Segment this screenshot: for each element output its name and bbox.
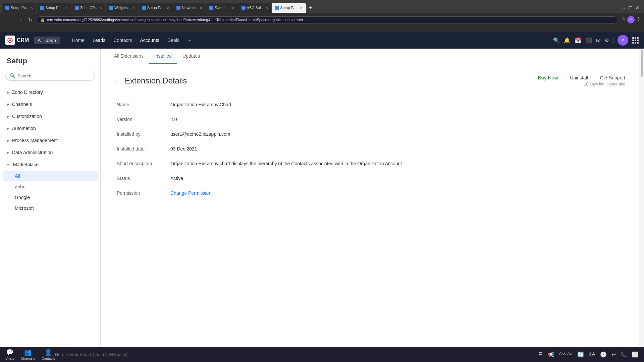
external-icon[interactable]: ⬜ (632, 351, 639, 358)
sidebar-sub-item-microsoft[interactable]: Microsoft (0, 203, 100, 214)
profile-button[interactable]: Y (627, 16, 635, 23)
sidebar-sub-item-all[interactable]: All (3, 171, 98, 181)
phone-icon[interactable]: 📞 (621, 351, 627, 358)
sidebar-item-label: Zoho Directory (12, 89, 43, 95)
nav-leads[interactable]: Leads (89, 36, 109, 45)
change-permission-link[interactable]: Change Permission (170, 190, 211, 196)
browser-tab-2[interactable]: Setup Pa... ✕ (37, 3, 71, 13)
forward-button[interactable]: → (15, 16, 24, 23)
tab-close-5[interactable]: ✕ (167, 6, 169, 10)
sidebar-item-zoho-directory[interactable]: ▶ Zoho Directory (0, 86, 100, 98)
tab-close-9[interactable]: ✕ (300, 6, 303, 10)
sidebar-search-box[interactable]: 🔍 (5, 71, 95, 81)
back-arrow-button[interactable]: ← (114, 77, 121, 84)
search-icon[interactable]: 🔍 (553, 37, 560, 44)
browser-tab-3[interactable]: Zoho CR... ✕ (71, 3, 105, 13)
browser-tab-8[interactable]: ABC Sol... ✕ (238, 3, 271, 13)
field-value-name: Organization Hierarchy Chart (168, 97, 625, 112)
channels-button[interactable]: 👥 Channels (21, 349, 35, 360)
nav-more[interactable]: ··· (183, 36, 196, 45)
translate-icon[interactable]: ZA (589, 351, 595, 358)
browser-tab-4[interactable]: Widgets... ✕ (106, 3, 138, 13)
scrollbar-area (639, 49, 644, 347)
ask-zia-button[interactable]: Ask Zia (559, 351, 573, 358)
sidebar-item-process-management[interactable]: ▶ Process Management (0, 134, 100, 146)
close-button[interactable]: ✕ (635, 5, 639, 10)
tab-close-4[interactable]: ✕ (132, 6, 135, 10)
main-layout: Setup 🔍 ▶ Zoho Directory ▶ Channels ▶ Cu… (0, 49, 644, 347)
bookmark-button[interactable]: ☆ (622, 16, 626, 23)
nav-deals[interactable]: Deals (163, 36, 183, 45)
nav-accounts[interactable]: Accounts (136, 36, 164, 45)
grid-apps-icon[interactable] (632, 37, 639, 44)
tab-favicon-6 (176, 6, 180, 10)
nav-contacts[interactable]: Contacts (109, 36, 136, 45)
calendar-icon[interactable]: 📅 (575, 37, 581, 44)
monitor-icon[interactable]: 🖥 (538, 351, 543, 358)
sidebar-item-marketplace[interactable]: ▼ Marketplace (0, 159, 100, 171)
maximize-button[interactable]: ▢ (628, 5, 633, 10)
tab-all-extensions[interactable]: All Extensions (109, 49, 149, 64)
tab-close-3[interactable]: ✕ (99, 6, 102, 10)
smart-chat-input[interactable] (55, 352, 538, 357)
reload-button[interactable]: ↻ (26, 16, 35, 24)
sidebar-item-channels[interactable]: ▶ Channels (0, 98, 100, 110)
tab-close-1[interactable]: ✕ (30, 6, 33, 10)
chats-button[interactable]: 💬 Chats (5, 349, 14, 360)
browser-tab-6[interactable]: Newtest... ✕ (173, 3, 206, 13)
contacts-button[interactable]: 👤 Contacts (42, 349, 55, 360)
mail-icon[interactable]: ✉ (596, 37, 600, 44)
undo-icon[interactable]: ↩ (611, 351, 616, 358)
uninstall-button[interactable]: Uninstall (570, 75, 588, 80)
chats-label: Chats (5, 357, 14, 360)
tab-close-8[interactable]: ✕ (265, 6, 268, 10)
all-tabs-button[interactable]: All Tabs ▾ (34, 37, 60, 44)
arrow-icon: ▶ (7, 150, 9, 155)
avatar[interactable]: Y (618, 35, 628, 46)
detail-row-description: Short description Organization Hierarchy… (114, 156, 625, 171)
extension-button[interactable]: ⋮ (636, 16, 641, 23)
smart-chat-bar: 💬 Chats 👥 Channels 👤 Contacts 🖥 📢 Ask Zi… (0, 347, 644, 362)
sidebar-item-label: Automation (12, 126, 36, 131)
channels-icon: 👥 (24, 349, 32, 356)
sidebar-item-data-administration[interactable]: ▶ Data Administration (0, 146, 100, 159)
buy-now-button[interactable]: Buy Now (538, 75, 558, 80)
sidebar-search-input[interactable] (17, 73, 91, 78)
scrollbar-thumb[interactable] (641, 50, 643, 77)
tab-close-2[interactable]: ✕ (65, 6, 68, 10)
minimize-button[interactable]: ⌄ (622, 5, 626, 10)
browser-tab-9[interactable]: Setup Pa... ✕ (272, 3, 306, 13)
arrow-icon: ▶ (7, 138, 9, 143)
tab-favicon-7 (209, 6, 213, 10)
browser-tab-5[interactable]: Setup Pa... ✕ (139, 3, 173, 13)
sidebar-item-automation[interactable]: ▶ Automation (0, 122, 100, 134)
sidebar-sub-item-zoho[interactable]: Zoho (0, 181, 100, 192)
browser-tab-1[interactable]: Setup Pa... ✕ (2, 3, 36, 13)
detail-row-installed-by: Installed by user1@demo2.bizappln.com (114, 127, 625, 141)
clock-icon[interactable]: 🕐 (600, 351, 607, 358)
field-label-description: Short description (114, 156, 168, 171)
browser-tab-7[interactable]: Samuel... ✕ (206, 3, 237, 13)
nav-home[interactable]: Home (68, 36, 89, 45)
field-label-installed-by: Installed by (114, 127, 168, 141)
new-tab-button[interactable]: + (306, 3, 315, 12)
tab-updates[interactable]: Updates (177, 49, 205, 64)
back-button[interactable]: ← (3, 16, 13, 23)
sidebar-item-customization[interactable]: ▶ Customization (0, 110, 100, 122)
megaphone-icon[interactable]: 📢 (548, 351, 554, 358)
address-bar[interactable]: 🔒 crm.zoho.com/crm/org712529893/settings… (37, 16, 618, 23)
app-header: CRM All Tabs ▾ Home Leads Contacts Accou… (0, 32, 644, 49)
tab-installed[interactable]: Installed (149, 49, 177, 64)
tab-close-6[interactable]: ✕ (200, 6, 202, 10)
dropdown-chevron-icon: ▾ (54, 38, 57, 43)
refresh-icon[interactable]: 🔄 (577, 351, 584, 358)
tab-favicon-5 (142, 6, 146, 10)
notifications-icon[interactable]: 🔔 (564, 37, 571, 44)
extension-action-area: Buy Now | Uninstall | Get Support 10 day… (538, 75, 625, 86)
sidebar: Setup 🔍 ▶ Zoho Directory ▶ Channels ▶ Cu… (0, 49, 101, 347)
media-icon[interactable]: ⬛ (585, 37, 592, 44)
tab-close-7[interactable]: ✕ (232, 6, 234, 10)
settings-icon[interactable]: ⚙ (604, 37, 609, 44)
sidebar-sub-item-google[interactable]: Google (0, 192, 100, 203)
get-support-button[interactable]: Get Support (600, 75, 626, 80)
